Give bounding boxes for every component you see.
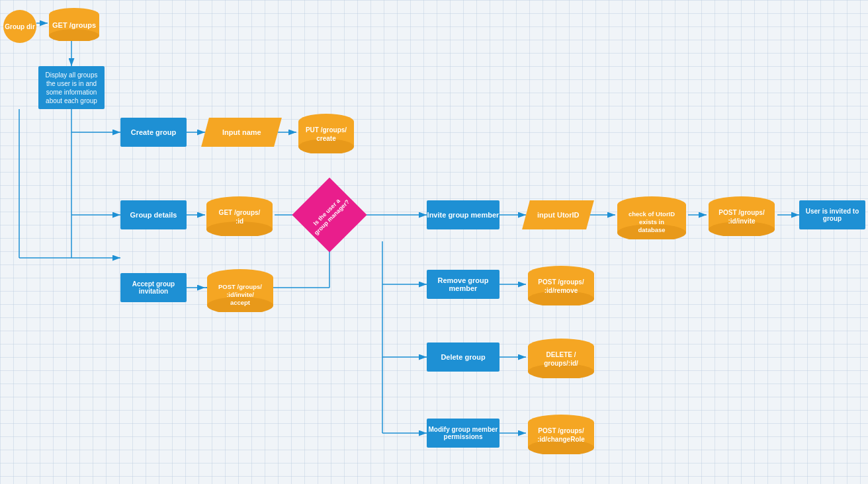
get-groups-id-cylinder: GET /groups/ :id — [205, 196, 275, 236]
svg-text:GET /groups/: GET /groups/ — [219, 209, 261, 216]
input-name-node: Input name — [201, 118, 282, 147]
input-utorid-node: input UtorID — [522, 200, 594, 229]
svg-text:POST /groups/: POST /groups/ — [218, 283, 262, 290]
svg-text:POST /groups/: POST /groups/ — [718, 209, 765, 216]
svg-text:create: create — [316, 135, 336, 142]
svg-text:POST /groups/: POST /groups/ — [538, 278, 584, 286]
group-dir-node: Group dir — [3, 10, 36, 43]
is-manager-diamond: Is the user a group manager? — [303, 188, 356, 241]
invite-member-node: Invite group member — [427, 200, 499, 229]
put-groups-create-cylinder: PUT /groups/ create — [296, 114, 356, 153]
svg-text:database: database — [638, 226, 665, 233]
post-changerole-cylinder: POST /groups/ :id/changeRole — [526, 415, 597, 454]
svg-text::id/changeRole: :id/changeRole — [537, 436, 585, 443]
delete-groups-id-cylinder: DELETE / groups/:id/ — [526, 339, 597, 378]
svg-text::id: :id — [236, 218, 243, 225]
svg-text:groups/:id/: groups/:id/ — [544, 360, 578, 367]
svg-text:DELETE /: DELETE / — [546, 351, 576, 358]
post-invite-cylinder: POST /groups/ :id/invite — [707, 196, 777, 236]
connectors-svg — [0, 0, 868, 484]
display-info-node: Display all groups the user is in and so… — [38, 66, 105, 109]
post-accept-cylinder: POST /groups/ :id/invite/ accept — [205, 269, 276, 312]
create-group-node: Create group — [120, 118, 187, 147]
group-details-node: Group details — [120, 200, 187, 229]
diagram-canvas: Group dir GET /groups Display all groups… — [0, 0, 868, 484]
svg-text:GET /groups: GET /groups — [52, 21, 96, 29]
svg-text::id/invite/: :id/invite/ — [226, 291, 254, 298]
svg-text::id/invite: :id/invite — [728, 218, 756, 225]
post-remove-cylinder: POST /groups/ :id/remove — [526, 266, 597, 305]
svg-text:exists in: exists in — [639, 218, 664, 225]
svg-text:PUT /groups/: PUT /groups/ — [306, 126, 347, 134]
svg-text:accept: accept — [230, 299, 251, 306]
user-invited-node: User is invited to group — [799, 200, 865, 229]
svg-text:POST /groups/: POST /groups/ — [538, 427, 584, 434]
accept-invitation-node: Accept group invitation — [120, 273, 187, 302]
modify-permissions-node: Modify group member permissions — [427, 419, 499, 448]
check-utorid-cylinder: check of UtorID exists in database — [615, 196, 688, 239]
delete-group-node: Delete group — [427, 343, 499, 372]
get-groups-cylinder: GET /groups — [48, 8, 101, 41]
remove-member-node: Remove group member — [427, 270, 499, 299]
svg-text:check of UtorID: check of UtorID — [629, 210, 675, 218]
svg-text::id/remove: :id/remove — [544, 287, 578, 294]
